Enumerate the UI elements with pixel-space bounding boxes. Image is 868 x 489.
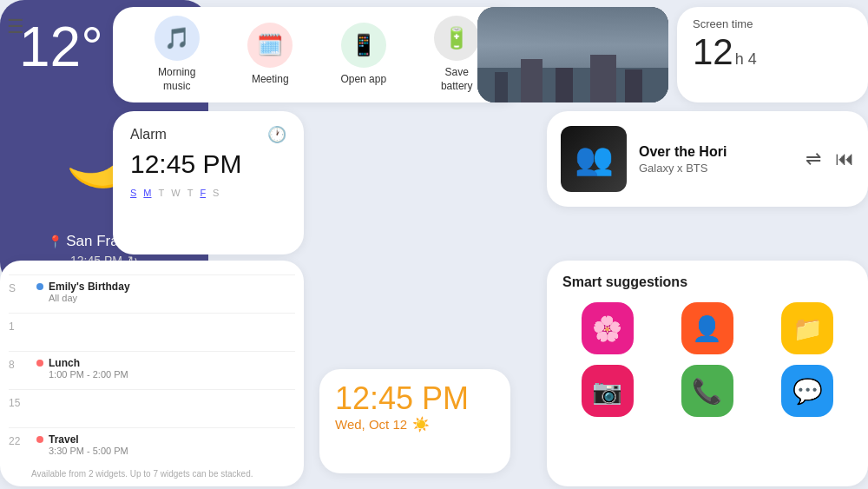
music-controls: ⇌ ⏮ <box>806 148 854 170</box>
app-blossom[interactable]: 🌸 <box>562 302 652 354</box>
cal-event-birthday: Emily's Birthday All day <box>36 281 295 303</box>
event-time-travel: 3:30 PM - 5:00 PM <box>49 446 128 456</box>
day-t1: T <box>159 188 165 198</box>
cal-events-8: Lunch 1:00 PM - 2:00 PM <box>33 357 295 381</box>
day-s2: S <box>213 188 219 198</box>
routine-morning-music[interactable]: 🎵 Morningmusic <box>138 16 216 93</box>
hamburger-icon[interactable]: ☰ <box>7 16 24 38</box>
alarm-clock-icon: 🕐 <box>267 125 286 144</box>
screentime-unit: h 4 <box>735 50 757 69</box>
location-pin-icon: 📍 <box>48 235 62 248</box>
clock-time: 12:45 PM <box>335 381 495 416</box>
meeting-label: Meeting <box>252 73 289 87</box>
sun-icon: ☀️ <box>412 416 430 433</box>
cal-events-22: Travel 3:30 PM - 5:00 PM <box>33 433 295 458</box>
routine-open-app[interactable]: 📱 Open app <box>325 23 403 87</box>
event-name-birthday: Emily's Birthday <box>49 281 130 293</box>
event-dot-lunch <box>36 360 43 367</box>
alarm-header: Alarm 🕐 <box>130 125 286 144</box>
calendar-row-1: 1 <box>9 313 295 351</box>
clock-widget: 12:45 PM Wed, Oct 12 ☀️ <box>319 369 510 473</box>
day-m: M <box>143 188 151 198</box>
music-album-art: 👥 <box>561 126 627 192</box>
files-icon: 📁 <box>781 302 833 354</box>
open-app-label: Open app <box>340 73 386 87</box>
morning-music-icon: 🎵 <box>155 16 200 61</box>
calendar-row-22: 22 Travel 3:30 PM - 5:00 PM <box>9 427 295 466</box>
event-time-birthday: All day <box>49 293 130 303</box>
cal-event-lunch: Lunch 1:00 PM - 2:00 PM <box>36 357 295 380</box>
alarm-title: Alarm <box>130 127 167 142</box>
event-dot-travel <box>36 436 43 443</box>
music-artist: Galaxy x BTS <box>639 162 793 175</box>
open-app-icon: 📱 <box>341 23 386 68</box>
days-row: S M T W T F S <box>130 188 286 198</box>
event-name-travel: Travel <box>49 433 128 446</box>
cal-date-22: 22 <box>9 433 33 447</box>
music-title: Over the Hori <box>639 144 793 160</box>
photo-background <box>477 7 668 102</box>
cal-event-travel: Travel 3:30 PM - 5:00 PM <box>36 433 295 456</box>
event-dot <box>36 283 43 290</box>
suggestions-widget: Smart suggestions 🌸 👤 📁 📷 📞 💬 <box>547 261 868 486</box>
shuffle-button[interactable]: ⇌ <box>806 148 821 170</box>
app-files[interactable]: 📁 <box>763 302 852 354</box>
routine-meeting[interactable]: 🗓️ Meeting <box>231 23 309 87</box>
app-grid: 🌸 👤 📁 📷 📞 💬 <box>562 302 852 417</box>
alarm-widget: Alarm 🕐 12:45 PM S M T W T F S <box>113 111 304 254</box>
screentime-label: Screen time <box>693 17 852 30</box>
camera-icon: 📷 <box>582 365 634 417</box>
alarm-time: 12:45 PM <box>130 149 286 179</box>
day-w: W <box>171 188 180 198</box>
app-contacts[interactable]: 👤 <box>662 302 752 354</box>
app-camera[interactable]: 📷 <box>562 365 652 417</box>
cal-date-15: 15 <box>9 395 33 409</box>
cal-date-8: 8 <box>9 357 33 371</box>
suggestions-title: Smart suggestions <box>562 274 852 290</box>
phone-icon: 📞 <box>681 365 733 417</box>
morning-music-label: Morningmusic <box>158 66 195 93</box>
screentime-widget: Screen time 12 h 4 <box>677 7 868 102</box>
app-phone[interactable]: 📞 <box>662 365 752 417</box>
music-info: Over the Hori Galaxy x BTS <box>639 144 793 175</box>
save-battery-icon: 🔋 <box>434 16 479 61</box>
routines-widget: 🎵 Morningmusic 🗓️ Meeting 📱 Open app 🔋 S… <box>113 7 521 102</box>
day-t2: T <box>187 188 194 198</box>
cal-events-s: Emily's Birthday All day <box>33 281 295 305</box>
calendar-rows: S Emily's Birthday All day 1 8 <box>9 274 295 466</box>
meeting-icon: 🗓️ <box>247 23 293 68</box>
messages-icon: 💬 <box>781 365 833 417</box>
screentime-value: 12 <box>693 34 733 70</box>
cal-date-s: S <box>9 281 33 294</box>
contacts-icon: 👤 <box>681 302 733 354</box>
day-f: F <box>200 188 206 198</box>
music-widget: 👥 Over the Hori Galaxy x BTS ⇌ ⏮ <box>547 111 868 207</box>
cal-date-1: 1 <box>9 319 33 333</box>
clock-date: Wed, Oct 12 <box>335 417 407 432</box>
event-time-lunch: 1:00 PM - 2:00 PM <box>49 369 128 380</box>
calendar-row-15: 15 <box>9 389 295 427</box>
disclaimer-text: Available from 2 widgets. Up to 7 widget… <box>31 469 292 479</box>
photo-overlay <box>477 7 668 102</box>
calendar-widget: S Emily's Birthday All day 1 8 <box>0 261 304 486</box>
app-messages[interactable]: 💬 <box>763 365 852 417</box>
calendar-row-s: S Emily's Birthday All day <box>9 274 295 313</box>
event-name-lunch: Lunch <box>49 357 128 369</box>
blossom-icon: 🌸 <box>582 302 634 354</box>
calendar-row-8: 8 Lunch 1:00 PM - 2:00 PM <box>9 351 295 389</box>
day-s1: S <box>130 188 136 198</box>
save-battery-label: Savebattery <box>441 66 473 93</box>
prev-button[interactable]: ⏮ <box>835 148 854 170</box>
